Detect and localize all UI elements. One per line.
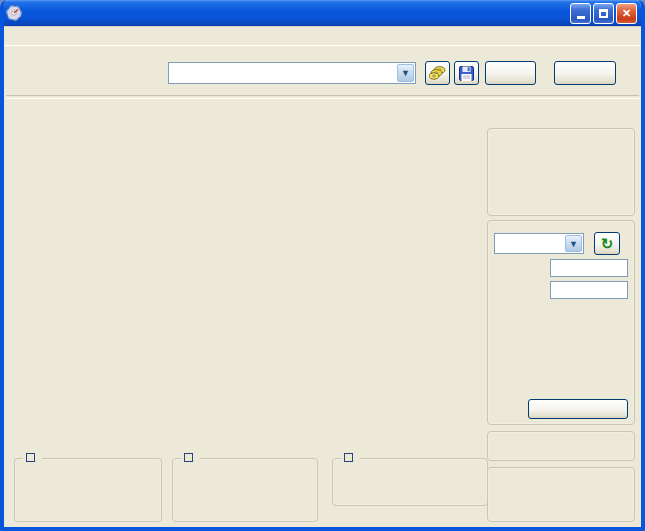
quit-button[interactable]: [554, 61, 616, 85]
drive-selector[interactable]: ▼: [168, 62, 416, 84]
pi-failures-title: [181, 451, 200, 463]
maximize-button[interactable]: [593, 3, 614, 24]
pi-errors-title: [23, 451, 42, 463]
advanced-button[interactable]: [528, 399, 628, 419]
progress-panel: [487, 467, 635, 522]
jitter-legend-swatch: [344, 453, 353, 462]
maximize-icon: [599, 9, 608, 18]
chevron-down-icon: ▼: [565, 235, 582, 252]
quality-index-panel: [487, 431, 635, 461]
jitter-panel: [332, 458, 488, 506]
save-button[interactable]: [454, 61, 479, 85]
eject-discs-button[interactable]: [425, 61, 450, 85]
pif-jitter-chart: [8, 297, 490, 453]
app-icon: [6, 5, 22, 21]
disk-info-panel: [487, 128, 635, 216]
title-bar: ✕: [0, 0, 645, 26]
jitter-title: [341, 451, 360, 463]
pi-errors-legend-swatch: [26, 453, 35, 462]
pi-failures-legend-swatch: [184, 453, 193, 462]
chevron-down-icon: ▼: [397, 64, 414, 82]
end-position-input[interactable]: [550, 281, 628, 299]
pi-errors-panel: [14, 458, 162, 522]
floppy-disk-icon: [459, 66, 474, 81]
discs-icon: [429, 65, 446, 81]
refresh-icon: ↻: [601, 237, 614, 251]
minimize-icon: [577, 16, 585, 19]
toolbar: ▼: [4, 47, 641, 99]
start-position-input[interactable]: [550, 259, 628, 277]
settings-panel: ▼ ↻: [487, 220, 635, 425]
refresh-button[interactable]: ↻: [594, 232, 620, 255]
app-window: ✕ ▼: [0, 0, 645, 531]
window-body: ▼: [4, 26, 641, 527]
menu-bar: [4, 26, 641, 46]
start-button[interactable]: [485, 61, 536, 85]
pie-chart: [8, 134, 490, 294]
pi-failures-panel: [172, 458, 318, 522]
speed-selector[interactable]: ▼: [494, 233, 584, 254]
minimize-button[interactable]: [570, 3, 591, 24]
close-button[interactable]: ✕: [616, 3, 637, 24]
